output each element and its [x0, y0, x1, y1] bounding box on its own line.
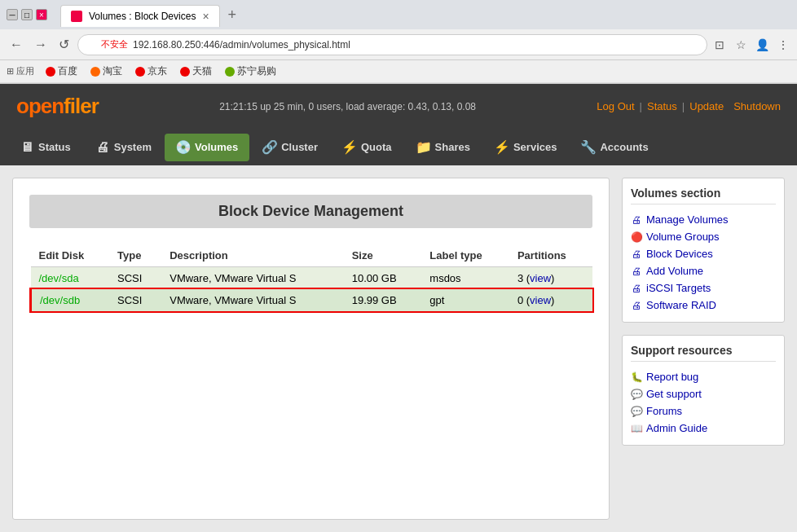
add-volume-link[interactable]: 🖨 Add Volume: [631, 262, 776, 279]
support-section: Support resources 🐛 Report bug 💬 Get sup…: [622, 335, 785, 446]
nav-status-label: Status: [38, 141, 71, 153]
app-header: openfiler 21:21:15 up 25 min, 0 users, l…: [0, 84, 797, 129]
disk-link-cell: /dev/sda: [31, 267, 110, 290]
nav-volumes[interactable]: 💿 Volumes: [165, 134, 249, 161]
nav-system[interactable]: 🖨 System: [84, 134, 163, 161]
system-nav-icon: 🖨: [95, 140, 110, 155]
services-nav-icon: ⚡: [495, 140, 509, 155]
col-description: Description: [161, 244, 343, 267]
bookmark-suning[interactable]: 苏宁易购: [220, 63, 281, 80]
software-raid-link[interactable]: 🖨 Software RAID: [631, 297, 776, 314]
nav-bar: 🖥 Status 🖨 System 💿 Volumes 🔗 Cluster ⚡ …: [0, 129, 797, 165]
report-bug-link[interactable]: 🐛 Report bug: [631, 368, 776, 385]
refresh-button[interactable]: ↺: [55, 35, 73, 54]
get-support-icon: 💬: [631, 389, 642, 400]
taobao-favicon: [90, 67, 100, 77]
forums-link[interactable]: 💬 Forums: [631, 402, 776, 420]
menu-icon[interactable]: ⋮: [776, 37, 790, 52]
type-cell: SCSI: [109, 289, 161, 311]
sdb-view-link[interactable]: view: [530, 294, 551, 306]
apps-label: ⊞ 应用: [7, 65, 34, 77]
active-tab[interactable]: Volumes : Block Devices ×: [60, 5, 220, 27]
logo-open: open: [16, 94, 64, 118]
sdb-link[interactable]: /dev/sdb: [40, 294, 80, 306]
sda-link[interactable]: /dev/sda: [39, 272, 79, 284]
nav-volumes-label: Volumes: [195, 141, 238, 153]
accounts-nav-icon: 🔧: [581, 140, 596, 155]
update-link[interactable]: Update: [689, 100, 724, 112]
title-bar: ─ □ × Volumes : Block Devices × +: [0, 0, 797, 29]
header-links: Log Out | Status | Update Shutdown: [597, 100, 781, 112]
tianmao-favicon: [180, 67, 190, 77]
nav-cluster-label: Cluster: [281, 141, 318, 153]
bookmark-icon[interactable]: ☆: [733, 37, 748, 52]
browser-toolbar: ⊡ ☆ 👤 ⋮: [712, 37, 790, 52]
table-row: /dev/sda SCSI VMware, VMware Virtual S 1…: [31, 267, 593, 290]
logout-link[interactable]: Log Out: [597, 100, 634, 112]
iscsi-targets-link[interactable]: 🖨 iSCSI Targets: [631, 279, 776, 297]
admin-guide-icon: 📖: [631, 423, 642, 434]
nav-quota-label: Quota: [361, 141, 392, 153]
new-tab-button[interactable]: +: [222, 3, 244, 27]
forward-button[interactable]: →: [31, 36, 51, 54]
page-title: Block Device Management: [218, 203, 403, 219]
add-volume-icon: 🖨: [631, 266, 642, 277]
nav-status[interactable]: 🖥 Status: [8, 134, 82, 161]
logo-filer: filer: [64, 94, 99, 118]
tab-favicon: [71, 11, 82, 22]
openfiler-app: openfiler 21:21:15 up 25 min, 0 users, l…: [0, 84, 797, 532]
block-devices-link[interactable]: 🖨 Block Devices: [631, 245, 776, 262]
col-size: Size: [344, 244, 422, 267]
nav-shares-label: Shares: [435, 141, 470, 153]
table-row: /dev/sdb SCSI VMware, VMware Virtual S 1…: [31, 289, 593, 311]
system-status: 21:21:15 up 25 min, 0 users, load averag…: [99, 101, 597, 112]
maximize-button[interactable]: □: [21, 9, 33, 20]
volumes-section-title: Volumes section: [631, 187, 776, 204]
minimize-button[interactable]: ─: [7, 9, 18, 20]
size-cell: 10.00 GB: [344, 267, 422, 290]
bookmark-tianmao[interactable]: 天猫: [175, 63, 217, 80]
label-type-cell: gpt: [421, 289, 509, 311]
col-type: Type: [109, 244, 161, 267]
status-link[interactable]: Status: [647, 100, 677, 112]
suning-favicon: [225, 67, 235, 77]
address-input-container[interactable]: 不安全 192.168.80.250:446/admin/volumes_phy…: [77, 34, 707, 55]
baidu-favicon: [46, 67, 55, 77]
nav-quota[interactable]: ⚡ Quota: [331, 134, 403, 161]
security-warning: 不安全: [101, 38, 128, 51]
profile-icon[interactable]: 👤: [755, 37, 769, 52]
nav-cluster[interactable]: 🔗 Cluster: [251, 134, 329, 161]
tab-close-button[interactable]: ×: [202, 10, 209, 23]
bookmark-baidu[interactable]: 百度: [41, 63, 82, 80]
volumes-section: Volumes section 🖨 Manage Volumes 🔴 Volum…: [622, 178, 785, 323]
nav-accounts-label: Accounts: [600, 141, 648, 153]
report-bug-icon: 🐛: [631, 372, 642, 383]
tab-title: Volumes : Block Devices: [89, 11, 196, 22]
volume-groups-link[interactable]: 🔴 Volume Groups: [631, 228, 776, 245]
shutdown-label[interactable]: Shutdown: [733, 100, 781, 112]
description-cell: VMware, VMware Virtual S: [161, 267, 343, 290]
sidebar: Volumes section 🖨 Manage Volumes 🔴 Volum…: [622, 178, 785, 520]
nav-shares[interactable]: 📁 Shares: [405, 134, 482, 161]
status-nav-icon: 🖥: [20, 140, 34, 155]
type-cell: SCSI: [109, 267, 161, 290]
nav-accounts[interactable]: 🔧 Accounts: [570, 134, 659, 161]
block-devices-icon: 🖨: [631, 248, 642, 260]
admin-guide-link[interactable]: 📖 Admin Guide: [631, 420, 776, 437]
sda-view-link[interactable]: view: [530, 272, 551, 284]
nav-services[interactable]: ⚡ Services: [483, 134, 569, 161]
close-button[interactable]: ×: [36, 9, 47, 20]
screenshot-icon[interactable]: ⊡: [712, 37, 727, 52]
bookmark-jd[interactable]: 京东: [130, 63, 172, 80]
manage-volumes-icon: 🖨: [631, 214, 642, 226]
shares-nav-icon: 📁: [416, 140, 431, 155]
get-support-link[interactable]: 💬 Get support: [631, 385, 776, 402]
manage-volumes-link[interactable]: 🖨 Manage Volumes: [631, 211, 776, 228]
forums-icon: 💬: [631, 406, 642, 417]
col-edit-disk: Edit Disk: [31, 244, 110, 267]
back-button[interactable]: ←: [7, 36, 26, 54]
bookmark-taobao[interactable]: 淘宝: [86, 63, 127, 80]
volumes-nav-icon: 💿: [176, 140, 191, 155]
window-controls: ─ □ ×: [7, 9, 47, 20]
col-label-type: Label type: [421, 244, 509, 267]
